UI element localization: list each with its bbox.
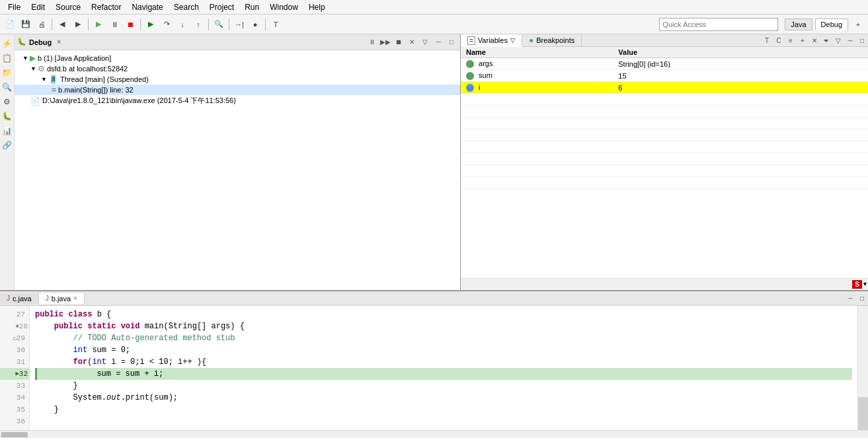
menu-project[interactable]: Project	[204, 1, 239, 13]
step-return-button[interactable]: ↑	[191, 17, 206, 32]
code-32: sum = sum + i;	[40, 368, 163, 380]
sidebar-icon-3[interactable]: 📁	[1, 66, 14, 79]
tab-breakpoints[interactable]: ● Breakpoints	[522, 34, 582, 46]
breakpoints-tab-icon: ●	[529, 36, 533, 45]
var-add-watchpoint-btn[interactable]: +	[797, 34, 809, 46]
tree-item-process[interactable]: ▼ ⚙ dsfd.b at localhost:52842	[15, 63, 460, 74]
kw-class-27: class	[68, 309, 97, 320]
sidebar-icon-2[interactable]: 📋	[1, 52, 14, 65]
open-type-button[interactable]: T	[268, 17, 283, 32]
tree-expand-icon-2: ▼	[30, 65, 36, 72]
tree-item-frame[interactable]: = b.main(String[]) line: 32	[15, 85, 460, 95]
tab-variables[interactable]: = Variables ▽	[461, 34, 522, 47]
debug-maximize-btn[interactable]: □	[446, 36, 457, 48]
menu-search[interactable]: Search	[169, 1, 204, 13]
code-line-36	[35, 416, 852, 427]
var-row-i[interactable]: i 6	[461, 82, 868, 94]
var-minimize-btn[interactable]: ─	[844, 34, 856, 46]
use-step-filters-button[interactable]: 🔍	[212, 17, 226, 32]
var-row-sum[interactable]: sum 15	[461, 70, 868, 82]
b-java-tab-close[interactable]: ×	[73, 295, 77, 302]
step-over-button[interactable]: ↷	[159, 17, 174, 32]
line-numbers: 27 ◆28 ◻29 30 31 ▶32 33 34 35 36	[0, 306, 30, 430]
editor-minimize-btn[interactable]: ─	[844, 293, 856, 305]
debug-title-text: Debug	[29, 38, 52, 46]
var-row-empty-3	[461, 118, 868, 129]
editor-maximize-btn[interactable]: □	[856, 293, 868, 305]
editor-horizontal-scrollbar[interactable]	[0, 430, 868, 438]
suspend-button[interactable]: ⏸	[107, 17, 122, 32]
print-button[interactable]: 🖨	[34, 17, 49, 32]
code-line-27: public class b {	[35, 309, 852, 320]
menu-refactor[interactable]: Refactor	[86, 1, 126, 13]
tree-item-process-info[interactable]: 📄 D:\Java\jre1.8.0_121\bin\javaw.exe (20…	[15, 95, 460, 106]
line-num-29: ◻29	[0, 332, 29, 344]
sidebar-icon-5[interactable]: ⚙	[1, 95, 14, 108]
debug-minimize-btn[interactable]: ─	[432, 36, 444, 48]
sidebar-icon-7[interactable]: 📊	[1, 124, 14, 137]
code-editor[interactable]: public class b { public static void main…	[30, 306, 857, 430]
new-button[interactable]: 📄	[3, 17, 17, 32]
open-perspective-button[interactable]: +	[851, 17, 865, 32]
status-s-icon[interactable]: S	[852, 280, 862, 289]
debug-remove-terminated-btn[interactable]: ✕	[406, 36, 418, 48]
terminate-button[interactable]: ⏹	[123, 17, 138, 32]
var-maximize-btn[interactable]: □	[856, 34, 868, 46]
tab-b-java[interactable]: J b.java ×	[39, 293, 85, 304]
quick-access-input[interactable]	[659, 18, 778, 31]
run-to-line-button[interactable]: →|	[232, 17, 247, 32]
save-button[interactable]: 💾	[19, 17, 33, 32]
breakpoint-button[interactable]: ●	[248, 17, 262, 32]
menu-file[interactable]: File	[3, 1, 26, 13]
menu-window[interactable]: Window	[264, 1, 303, 13]
variables-tab-icon: =	[467, 36, 475, 45]
tree-item-app[interactable]: ▼ ▶ b (1) [Java Application]	[15, 53, 460, 63]
step-into-button[interactable]: ↓	[175, 17, 190, 32]
debug-view-menu-btn[interactable]: ▽	[419, 36, 431, 48]
tab-c-java[interactable]: J c.java	[0, 293, 39, 304]
next-edit-button[interactable]: ▶	[71, 17, 85, 32]
var-show-type-btn[interactable]: T	[761, 34, 773, 46]
var-collapse-btn[interactable]: ≡	[785, 34, 797, 46]
debug-perspective-button[interactable]: Debug	[815, 18, 848, 30]
debug-suspend-all-btn[interactable]: ⏸	[366, 36, 378, 48]
var-view-menu-btn[interactable]: ▽	[832, 34, 844, 46]
editor-content: 27 ◆28 ◻29 30 31 ▶32 33 34 35 36 public …	[0, 306, 868, 430]
sidebar-icon-8[interactable]: 🔗	[1, 139, 14, 152]
sidebar-icon-6[interactable]: 🐛	[1, 110, 14, 123]
debug-button[interactable]: ▶	[91, 17, 106, 32]
var-row-args[interactable]: args String[0] (id=16)	[461, 58, 868, 70]
c-java-tab-label: c.java	[13, 295, 32, 303]
resume-button[interactable]: ▶	[143, 17, 158, 32]
sidebar-icon-1[interactable]: ⚡	[1, 37, 14, 50]
debug-resume-all-btn[interactable]: ▶▶	[379, 36, 391, 48]
prev-edit-button[interactable]: ◀	[55, 17, 69, 32]
var-show-constants-btn[interactable]: C	[773, 34, 785, 46]
c-java-tab-icon: J	[7, 295, 10, 302]
class-name-27: b {	[97, 309, 112, 320]
tree-item-thread[interactable]: ▼ 🧵 Thread [main] (Suspended)	[15, 74, 460, 85]
var-remove-btn[interactable]: ✕	[809, 34, 820, 46]
code-line-34: System.out.print(sum);	[35, 392, 852, 404]
menu-run[interactable]: Run	[239, 1, 264, 13]
status-dropdown[interactable]: ▾	[863, 280, 867, 289]
code-line-28: public static void main(String[] args) {	[35, 320, 852, 332]
java-perspective-button[interactable]: Java	[785, 18, 812, 30]
sidebar-icon-4[interactable]: 🔍	[1, 81, 14, 94]
line-num-35: 35	[0, 404, 29, 416]
kw-int-30: int	[73, 344, 93, 356]
menu-navigate[interactable]: Navigate	[126, 1, 168, 13]
code-31: i = 0;i < 10; i++ ){	[111, 356, 206, 368]
debug-terminate-all-btn[interactable]: ⏹	[393, 36, 405, 48]
h-scroll-thumb[interactable]	[1, 432, 28, 437]
var-disconnect-btn[interactable]: ⏷	[820, 34, 832, 46]
menu-edit[interactable]: Edit	[26, 1, 50, 13]
menu-source[interactable]: Source	[50, 1, 86, 13]
debug-tab-close-icon[interactable]: ×	[57, 38, 61, 46]
var-value-sum: 15	[613, 70, 868, 82]
variables-tab-menu[interactable]: ▽	[510, 37, 515, 44]
col-name: Name	[461, 47, 613, 58]
indent-34: System.	[35, 392, 106, 404]
menu-help[interactable]: Help	[303, 1, 331, 13]
b-java-tab-label: b.java	[52, 295, 71, 303]
